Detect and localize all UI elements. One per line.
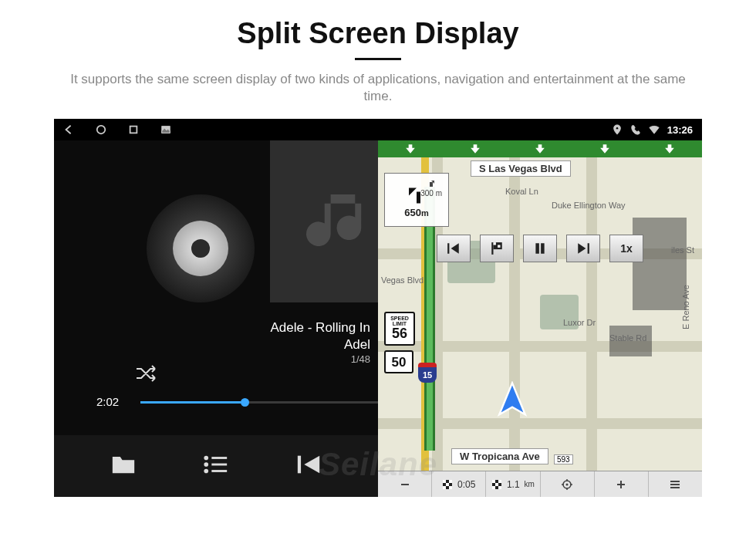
- turn-panel: 300 m 650m: [384, 173, 449, 227]
- wifi-icon: [649, 124, 660, 135]
- svg-point-6: [204, 462, 208, 467]
- turn-distance: 650m: [404, 207, 428, 218]
- progress-bar[interactable]: [140, 401, 380, 404]
- home-icon[interactable]: [96, 124, 106, 135]
- player-bar: [54, 435, 378, 497]
- svg-rect-16: [535, 243, 539, 254]
- down-arrow-icon: [405, 144, 416, 154]
- down-arrow-icon: [470, 144, 481, 154]
- svg-point-4: [204, 456, 208, 461]
- svg-rect-21: [443, 480, 446, 483]
- svg-rect-10: [298, 456, 301, 474]
- svg-rect-17: [541, 243, 545, 254]
- back-icon[interactable]: [63, 124, 74, 135]
- svg-rect-37: [670, 484, 680, 485]
- down-arrow-icon: [664, 144, 675, 154]
- gps-icon: [562, 479, 572, 490]
- location-icon: [612, 124, 623, 135]
- map-footer: 0:05 1.1km: [378, 471, 702, 497]
- folder-button[interactable]: [110, 453, 137, 479]
- page-subtitle: It supports the same screen display of t…: [0, 71, 756, 105]
- turn-right-icon: [427, 178, 436, 187]
- label-vegas: Vegas Blvd: [381, 275, 424, 285]
- current-speed-sign: 50: [384, 350, 413, 373]
- label-koval: Koval Ln: [505, 187, 538, 196]
- statusbar-tray: 13:26: [612, 124, 693, 136]
- elapsed-time: 2:02: [96, 395, 119, 408]
- disc: [147, 194, 255, 302]
- eta-time: 0:05: [432, 471, 486, 497]
- svg-rect-31: [498, 486, 501, 489]
- map-next-button[interactable]: [566, 235, 600, 262]
- statusbar: 13:26: [54, 119, 702, 140]
- zoom-out-button[interactable]: [378, 471, 432, 497]
- map-pause-button[interactable]: [523, 235, 557, 262]
- device-frame: 13:26 Adele - Rolling In Adel 1/48 2:02: [54, 119, 702, 497]
- down-arrow-icon: [599, 144, 610, 154]
- svg-point-8: [204, 469, 208, 474]
- track-title: Adele - Rolling In: [271, 319, 370, 336]
- svg-point-0: [97, 126, 106, 134]
- svg-rect-1: [130, 127, 137, 133]
- highway-shield: 15: [418, 363, 437, 383]
- svg-rect-14: [494, 242, 496, 245]
- menu-icon: [670, 479, 680, 490]
- svg-rect-35: [620, 481, 622, 488]
- svg-rect-7: [211, 464, 227, 466]
- svg-rect-12: [491, 242, 493, 255]
- recent-icon[interactable]: [128, 124, 139, 135]
- music-note-icon: [303, 185, 376, 258]
- checkered-flag-icon: [442, 479, 453, 490]
- svg-rect-11: [447, 243, 449, 254]
- progress-thumb[interactable]: [241, 398, 249, 407]
- svg-rect-36: [670, 481, 680, 482]
- map-top-strip: [378, 140, 702, 157]
- label-reno: E Reno Ave: [681, 285, 690, 329]
- svg-rect-22: [449, 480, 452, 483]
- label-giles: iles St: [671, 245, 694, 255]
- map-prev-button[interactable]: [437, 235, 471, 262]
- down-arrow-icon: [535, 144, 545, 154]
- track-info: Adele - Rolling In Adel 1/48: [271, 319, 370, 366]
- svg-rect-28: [498, 480, 501, 483]
- street-label-top: S Las Vegas Blvd: [471, 160, 571, 177]
- music-pane: Adele - Rolling In Adel 1/48 2:02: [54, 140, 378, 497]
- svg-rect-25: [449, 486, 452, 489]
- shuffle-button[interactable]: [135, 364, 158, 386]
- list-button[interactable]: [203, 453, 229, 479]
- split-container: Adele - Rolling In Adel 1/48 2:02: [54, 140, 702, 497]
- svg-rect-18: [588, 243, 589, 254]
- gps-button[interactable]: [541, 471, 595, 497]
- progress-fill: [140, 401, 241, 404]
- map-pane[interactable]: Koval Ln Duke Ellington Way iles St Luxo…: [378, 140, 702, 497]
- svg-rect-23: [446, 483, 449, 486]
- svg-rect-27: [492, 480, 495, 483]
- svg-point-33: [566, 483, 569, 485]
- eta-distance: 1.1km: [486, 471, 540, 497]
- checkered-flag-icon: [491, 479, 502, 490]
- map-menu-button[interactable]: [649, 471, 702, 497]
- svg-rect-5: [211, 457, 227, 459]
- svg-rect-15: [498, 245, 500, 248]
- svg-rect-24: [443, 486, 446, 489]
- map-flag-button[interactable]: [480, 235, 514, 262]
- svg-rect-19: [401, 484, 409, 485]
- map-speed-button[interactable]: 1x: [609, 235, 643, 262]
- picture-icon[interactable]: [160, 124, 171, 135]
- street-label-bottom: W Tropicana Ave: [451, 448, 548, 464]
- next-turn: 300 m: [420, 178, 442, 198]
- label-stable: Stable Rd: [609, 333, 646, 343]
- page-title: Split Screen Display: [0, 17, 756, 50]
- phone-icon: [630, 124, 641, 135]
- svg-rect-38: [670, 487, 680, 488]
- svg-rect-9: [211, 470, 227, 472]
- prev-track-button[interactable]: [295, 453, 322, 479]
- label-luxor: Luxor Dr: [563, 318, 596, 327]
- zoom-in-button[interactable]: [595, 471, 649, 497]
- label-duke: Duke Ellington Way: [552, 201, 626, 210]
- track-artist: Adel: [271, 336, 370, 353]
- track-index: 1/48: [271, 353, 370, 366]
- address-number: 593: [554, 454, 573, 464]
- you-are-here-icon: [494, 381, 531, 421]
- svg-rect-29: [495, 483, 498, 486]
